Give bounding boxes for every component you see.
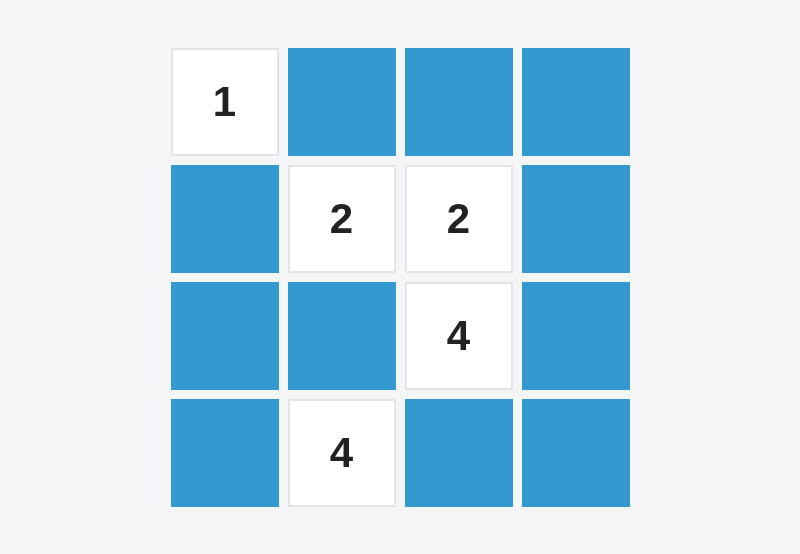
cell-r3-c3[interactable] xyxy=(522,399,630,507)
cell-r2-c3[interactable] xyxy=(522,282,630,390)
cell-r0-c2[interactable] xyxy=(405,48,513,156)
cell-r1-c1[interactable]: 2 xyxy=(288,165,396,273)
cell-r0-c0[interactable]: 1 xyxy=(171,48,279,156)
cell-r3-c0[interactable] xyxy=(171,399,279,507)
cell-r1-c3[interactable] xyxy=(522,165,630,273)
cell-r1-c0[interactable] xyxy=(171,165,279,273)
cell-value-label: 2 xyxy=(330,198,353,240)
cell-r3-c1[interactable]: 4 xyxy=(288,399,396,507)
cell-value-label: 1 xyxy=(213,81,236,123)
cell-r2-c0[interactable] xyxy=(171,282,279,390)
puzzle-board: 12244 xyxy=(171,48,630,507)
cell-r2-c1[interactable] xyxy=(288,282,396,390)
cell-value-label: 4 xyxy=(330,432,353,474)
cell-value-label: 4 xyxy=(447,315,470,357)
cell-value-label: 2 xyxy=(447,198,470,240)
board-container: 12244 xyxy=(0,0,800,554)
cell-r3-c2[interactable] xyxy=(405,399,513,507)
cell-r0-c3[interactable] xyxy=(522,48,630,156)
cell-r1-c2[interactable]: 2 xyxy=(405,165,513,273)
cell-r2-c2[interactable]: 4 xyxy=(405,282,513,390)
cell-r0-c1[interactable] xyxy=(288,48,396,156)
